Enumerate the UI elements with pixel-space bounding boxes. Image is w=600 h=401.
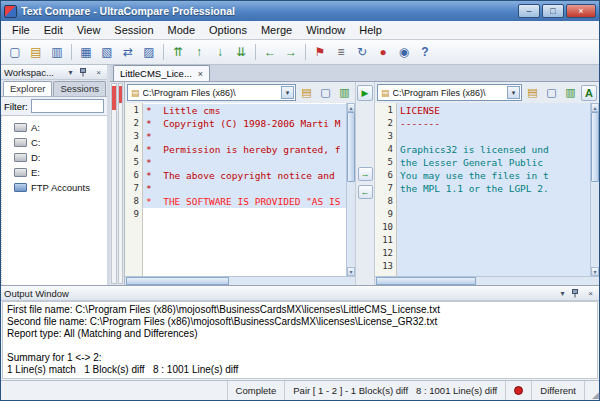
tab-sessions[interactable]: Sessions — [53, 81, 106, 96]
diff-map-right[interactable] — [118, 83, 124, 284]
scroll-up-icon[interactable]: ▴ — [591, 103, 599, 112]
close-icon[interactable]: × — [93, 66, 104, 79]
scrollbar-thumb[interactable] — [591, 112, 599, 182]
left-vertical-scrollbar[interactable]: ▴ ▾ — [346, 103, 355, 276]
scrollbar-thumb[interactable] — [126, 277, 229, 285]
new-file-icon[interactable]: ▢ — [317, 84, 334, 101]
right-path-combobox[interactable]: ▤ C:\Program Files (x86)\ ▾ — [377, 84, 522, 101]
tree-item-drive-e[interactable]: E: — [8, 165, 107, 180]
tree-item-drive-c[interactable]: C: — [8, 135, 107, 150]
merge-left-button[interactable]: ← — [358, 185, 373, 199]
menu-options[interactable]: Options — [202, 22, 254, 38]
code-line — [397, 247, 590, 260]
tree-item-ftp-accounts[interactable]: FTP Accounts — [8, 180, 107, 195]
app-icon — [4, 5, 17, 18]
globe-icon[interactable]: ◉ — [394, 42, 414, 62]
browse-folder-icon[interactable]: ▤ — [298, 84, 315, 101]
left-horizontal-scrollbar[interactable] — [125, 276, 355, 285]
right-text-area[interactable]: LICENSE ------- Graphics32 is licensed u… — [397, 103, 590, 276]
next-diff-icon[interactable]: ↓ — [210, 42, 230, 62]
copy-right-icon[interactable]: → — [281, 42, 301, 62]
copy-left-icon[interactable]: ← — [260, 42, 280, 62]
first-diff-icon[interactable]: ⇈ — [168, 42, 188, 62]
left-file-pane: ▤ C:\Program Files (x86)\ ▾ ▤ ▢ ▥ 1 2 3 — [125, 82, 355, 285]
pin-icon[interactable] — [571, 289, 582, 298]
dropdown-icon[interactable]: ▾ — [507, 86, 520, 99]
document-tab[interactable]: LittleCMS_Lice... × — [113, 65, 210, 81]
menu-edit[interactable]: Edit — [37, 22, 70, 38]
scroll-down-icon[interactable]: ▾ — [591, 267, 599, 276]
tree-item-drive-a[interactable]: A: — [8, 120, 107, 135]
code-line — [397, 234, 590, 247]
close-icon[interactable]: × — [585, 287, 596, 300]
output-window: Output Window ▾ × First file name: C:\Pr… — [1, 285, 599, 380]
menu-session[interactable]: Session — [107, 22, 160, 38]
folder-compare-icon[interactable]: ▧ — [97, 42, 117, 62]
line-number: 12 — [375, 247, 393, 260]
menu-view[interactable]: View — [70, 22, 108, 38]
minimize-button[interactable]: – — [518, 4, 540, 18]
diff-map-left[interactable] — [111, 83, 117, 284]
merge-gutter: ▶ → ← — [355, 82, 375, 285]
browse-folder-icon[interactable]: ▤ — [524, 84, 541, 101]
scroll-up-icon[interactable]: ▴ — [347, 103, 355, 112]
scrollbar-track[interactable] — [591, 112, 599, 267]
panel-menu-icon[interactable]: ▾ — [65, 66, 76, 79]
tab-explorer[interactable]: Explorer — [3, 81, 52, 96]
menu-mode[interactable]: Mode — [161, 22, 203, 38]
resize-grip[interactable]: ◢ — [585, 381, 599, 400]
word-compare-icon[interactable]: ▨ — [139, 42, 159, 62]
menu-window[interactable]: Window — [299, 22, 352, 38]
right-horizontal-scrollbar[interactable] — [375, 276, 599, 285]
panel-menu-icon[interactable]: ▾ — [557, 287, 568, 300]
close-button[interactable]: × — [566, 4, 596, 18]
scrollbar-thumb[interactable] — [376, 277, 476, 285]
merge-icon[interactable]: ⇄ — [118, 42, 138, 62]
filter-input[interactable] — [31, 99, 104, 113]
left-path-combobox[interactable]: ▤ C:\Program Files (x86)\ ▾ — [127, 84, 296, 101]
tab-close-icon[interactable]: × — [198, 69, 203, 79]
new-file-icon[interactable]: ▢ — [543, 84, 560, 101]
diff-map-strip[interactable] — [110, 82, 125, 285]
output-content[interactable]: First file name: C:\Program Files (x86)\… — [2, 301, 598, 379]
bookmark-icon[interactable]: ⚑ — [310, 42, 330, 62]
menu-file[interactable]: File — [5, 22, 37, 38]
menu-help[interactable]: Help — [352, 22, 389, 38]
open-icon[interactable]: ▤ — [26, 42, 46, 62]
save-icon[interactable]: ▥ — [47, 42, 67, 62]
prev-diff-icon[interactable]: ↑ — [189, 42, 209, 62]
edit-file-icon[interactable]: ▥ — [562, 84, 579, 101]
last-diff-icon[interactable]: ⇊ — [231, 42, 251, 62]
menu-merge[interactable]: Merge — [254, 22, 299, 38]
code-line: You may use the files in t — [397, 169, 590, 182]
pin-icon[interactable] — [79, 68, 90, 77]
left-line-numbers: 1 2 3 4 5 6 7 8 9 — [125, 103, 143, 276]
right-vertical-scrollbar[interactable]: ▴ ▾ — [590, 103, 599, 276]
show-all-button[interactable]: A — [581, 85, 597, 101]
code-line: * Permission is hereby granted, f — [143, 143, 346, 156]
options-icon[interactable]: ≡ — [331, 42, 351, 62]
dropdown-icon[interactable]: ▾ — [281, 86, 294, 99]
edit-file-icon[interactable]: ▥ — [336, 84, 353, 101]
text-compare-icon[interactable]: ▦ — [76, 42, 96, 62]
scroll-down-icon[interactable]: ▾ — [347, 267, 355, 276]
code-line — [397, 208, 590, 221]
help-icon[interactable]: ? — [415, 42, 435, 62]
tree-item-drive-d[interactable]: D: — [8, 150, 107, 165]
filter-row: Filter: — [1, 97, 107, 115]
refresh-icon[interactable]: ↻ — [352, 42, 372, 62]
maximize-button[interactable]: □ — [542, 4, 564, 18]
start-compare-button[interactable]: ▶ — [357, 85, 373, 101]
left-text-area[interactable]: * Little cms * Copyright (C) 1998-2006 M… — [143, 103, 346, 276]
stop-icon[interactable]: ● — [373, 42, 393, 62]
output-line: Second file name: C:\Program Files (x86)… — [7, 316, 593, 328]
drive-icon — [14, 138, 27, 147]
merge-right-button[interactable]: → — [358, 167, 373, 181]
code-line: * Little cms — [143, 104, 346, 117]
folder-icon: ▤ — [381, 88, 390, 98]
scrollbar-track[interactable] — [347, 112, 355, 267]
scrollbar-thumb[interactable] — [347, 112, 355, 182]
new-session-icon[interactable]: ▢ — [5, 42, 25, 62]
output-line: Summary for 1 <-> 2: — [7, 352, 593, 364]
document-tab-label: LittleCMS_Lice... — [120, 68, 192, 79]
